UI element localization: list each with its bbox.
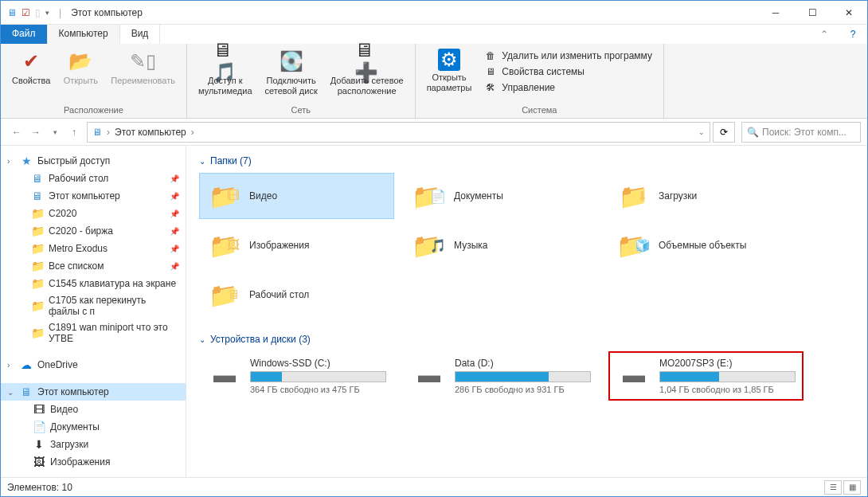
folder-icon: 📁 — [31, 277, 44, 290]
minimize-button[interactable]: ─ — [757, 1, 794, 25]
folder-icon: 📁🖼 — [206, 228, 241, 263]
checkmark-icon: ✔ — [18, 49, 44, 74]
recent-button[interactable]: ▾ — [45, 123, 65, 142]
ribbon-collapse-button[interactable]: ⌃ — [810, 25, 839, 44]
up-button[interactable]: ↑ — [65, 123, 84, 142]
folder-icon: 📁 — [31, 327, 44, 339]
drive-capacity-bar — [455, 371, 591, 382]
app-icon: 🖥 — [7, 7, 17, 18]
folders-section-header[interactable]: ⌄ Папки (7) — [199, 152, 854, 173]
sidebar-item-label: OneDrive — [37, 359, 78, 370]
pin-icon: 📌 — [170, 174, 179, 183]
address-dropdown-icon[interactable]: ⌄ — [698, 128, 705, 136]
drive-item[interactable]: ▬ MO2007SP3 (E:) 1,04 ГБ свободно из 1,8… — [608, 351, 803, 401]
open-params-label: Открыть параметры — [427, 72, 472, 93]
uninstall-program-button[interactable]: 🗑 Удалить или изменить программу — [483, 49, 654, 63]
manage-button[interactable]: 🛠 Управление — [483, 80, 654, 95]
sidebar: › ★ Быстрый доступ 🖥Рабочий стол📌 🖥Этот … — [1, 146, 186, 477]
document-icon: 📄 — [33, 421, 45, 433]
help-button[interactable]: ? — [839, 25, 867, 44]
folder-item[interactable]: 📁🖥Рабочий стол — [199, 272, 394, 318]
sidebar-item-folder[interactable]: 📁C2020 - биржа📌 — [1, 222, 186, 240]
sidebar-item-folder[interactable]: 📁C1891 wan miniport что это УТВЕ — [1, 319, 186, 346]
drive-icon: ▬ — [412, 358, 447, 393]
statusbar: Элементов: 10 ☰ ▦ — [1, 477, 867, 496]
add-net-location-button[interactable]: 🖥➕ Добавить сетевое расположение — [326, 47, 409, 104]
desktop-icon: 🖥 — [31, 172, 44, 185]
sidebar-item-images[interactable]: 🖼Изображения — [1, 453, 186, 471]
system-properties-button[interactable]: 🖥 Свойства системы — [483, 65, 654, 79]
back-button[interactable]: ← — [7, 123, 26, 142]
qat-dropdown-icon[interactable]: ▾ — [45, 9, 49, 17]
drive-free-text: 286 ГБ свободно из 931 ГБ — [455, 385, 591, 394]
properties-button[interactable]: ✔ Свойства — [7, 47, 55, 104]
folder-item[interactable]: 📁🎵Музыка — [404, 222, 599, 268]
tab-file[interactable]: Файл — [1, 25, 48, 44]
forward-button[interactable]: → — [26, 123, 45, 142]
sidebar-item-folder[interactable]: 📁Metro Exodus📌 — [1, 240, 186, 257]
search-input[interactable]: 🔍 Поиск: Этот комп... — [741, 122, 861, 143]
folder-item[interactable]: 📁📄Документы — [404, 173, 599, 219]
sidebar-item-folder[interactable]: 📁Все списком📌 — [1, 257, 186, 275]
sidebar-item-desktop[interactable]: 🖥Рабочий стол📌 — [1, 170, 186, 187]
maximize-button[interactable]: ☐ — [794, 1, 831, 25]
menubar: Файл Компьютер Вид ⌃ ? — [1, 25, 867, 44]
content-area: ⌄ Папки (7) 📁🎞Видео📁📄Документы📁⬇Загрузки… — [186, 146, 867, 477]
tab-view[interactable]: Вид — [120, 25, 161, 44]
sidebar-item-video[interactable]: 🎞Видео — [1, 401, 186, 418]
qat-divider: ▯ — [35, 7, 41, 18]
sidebar-item-folder[interactable]: 📁C1545 клавиатура на экране — [1, 275, 186, 292]
media-icon: 🖥🎵 — [213, 49, 238, 74]
folder-name: Изображения — [249, 240, 309, 251]
drives-section-header[interactable]: ⌄ Устройства и диски (3) — [199, 331, 854, 351]
refresh-button[interactable]: ⟳ — [713, 122, 735, 143]
sidebar-quick-access[interactable]: › ★ Быстрый доступ — [1, 152, 186, 170]
pc-icon: 🖥 — [20, 385, 33, 398]
pin-icon: 📌 — [170, 192, 179, 201]
drive-icon: ▬ — [616, 358, 651, 393]
properties-label: Свойства — [12, 76, 50, 86]
search-placeholder: Поиск: Этот комп... — [762, 127, 846, 138]
rename-icon: ✎▯ — [131, 49, 156, 74]
folder-item[interactable]: 📁🖼Изображения — [199, 222, 394, 268]
chevron-down-icon: ⌄ — [199, 157, 205, 166]
sidebar-item-downloads[interactable]: ⬇Загрузки — [1, 436, 186, 453]
folder-icon: 📁🎞 — [206, 178, 241, 213]
details-view-button[interactable]: ☰ — [824, 480, 842, 495]
address-field[interactable]: 🖥 › Этот компьютер › ⌄ — [87, 122, 710, 143]
rename-label: Переименовать — [111, 76, 175, 86]
sidebar-this-pc[interactable]: ⌄ 🖥 Этот компьютер — [1, 383, 186, 401]
folder-name: Объемные объекты — [659, 240, 746, 251]
folder-item[interactable]: 📁🎞Видео — [199, 173, 394, 219]
tiles-view-button[interactable]: ▦ — [843, 480, 861, 495]
drive-item[interactable]: ▬ Data (D:) 286 ГБ свободно из 931 ГБ — [404, 351, 599, 401]
qat-checkbox-icon[interactable]: ☑ — [22, 7, 30, 18]
drive-item[interactable]: ▬ Windows-SSD (C:) 364 ГБ свободно из 47… — [199, 351, 394, 401]
folder-icon: 📁⬇ — [616, 178, 651, 213]
folders-grid: 📁🎞Видео📁📄Документы📁⬇Загрузки📁🖼Изображени… — [199, 173, 854, 318]
pin-icon: 📌 — [170, 209, 179, 218]
tab-computer[interactable]: Компьютер — [48, 25, 120, 44]
address-pc-icon: 🖥 — [92, 127, 102, 138]
folder-item[interactable]: 📁🧊Объемные объекты — [608, 222, 803, 268]
sidebar-item-this-pc[interactable]: 🖥Этот компьютер📌 — [1, 187, 186, 205]
sidebar-item-folder[interactable]: 📁C2020📌 — [1, 205, 186, 222]
sidebar-item-label: Загрузки — [50, 439, 88, 450]
media-access-button[interactable]: 🖥🎵 Доступ к мультимедиа — [194, 47, 257, 104]
folder-icon: 📁🖥 — [206, 277, 241, 312]
sidebar-item-label: Этот компьютер — [37, 386, 109, 397]
open-params-button[interactable]: ⚙ Открыть параметры — [422, 47, 477, 104]
addressbar: ← → ▾ ↑ 🖥 › Этот компьютер › ⌄ ⟳ 🔍 Поиск… — [1, 119, 867, 146]
folder-item[interactable]: 📁⬇Загрузки — [608, 173, 803, 219]
breadcrumb-this-pc[interactable]: Этот компьютер — [115, 127, 186, 138]
connect-drive-button[interactable]: 💽 Подключить сетевой диск — [260, 47, 323, 104]
sidebar-item-documents[interactable]: 📄Документы — [1, 418, 186, 436]
connect-drive-label: Подключить сетевой диск — [265, 76, 318, 96]
drive-capacity-bar — [659, 371, 796, 382]
system-props-label: Свойства системы — [502, 66, 585, 77]
close-button[interactable]: ✕ — [831, 1, 867, 25]
sidebar-onedrive[interactable]: › ☁ OneDrive — [1, 356, 186, 374]
search-icon: 🔍 — [747, 127, 759, 138]
drive-name: Data (D:) — [455, 358, 591, 369]
sidebar-item-folder[interactable]: 📁C1705 как перекинуть файлы с п — [1, 292, 186, 319]
